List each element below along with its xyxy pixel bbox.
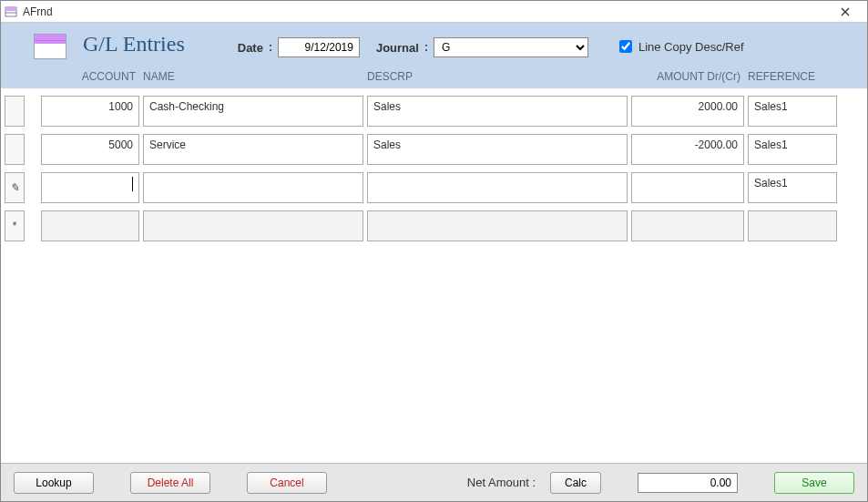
cell-name[interactable]	[143, 210, 363, 241]
cell-account[interactable]	[41, 210, 139, 241]
journal-field: Journal : G	[376, 37, 588, 57]
row-selector-editing[interactable]: ✎	[5, 172, 25, 203]
date-input[interactable]	[278, 37, 360, 57]
close-icon	[841, 7, 850, 16]
cell-name[interactable]: Service	[143, 134, 363, 165]
window-title: AFrnd	[23, 5, 53, 18]
net-amount-input[interactable]	[638, 473, 738, 493]
form-title: G/L Entries	[83, 32, 185, 56]
cell-descrp[interactable]	[367, 210, 628, 241]
net-amount-label: Net Amount :	[467, 476, 536, 489]
grid-area: 1000 Cash-Checking Sales 2000.00 Sales1 …	[1, 88, 867, 463]
cell-reference[interactable]: Sales1	[748, 172, 837, 203]
date-field: Date :	[238, 37, 360, 57]
table-row: ✎ Sales1	[1, 172, 867, 203]
cell-amount[interactable]	[631, 172, 744, 203]
footer-bar: Lookup Delete All Cancel Net Amount : Ca…	[1, 463, 867, 501]
cell-reference[interactable]: Sales1	[748, 96, 837, 127]
save-button[interactable]: Save	[774, 472, 854, 494]
cell-name[interactable]: Cash-Checking	[143, 96, 363, 127]
linecopy-label: Line Copy Desc/Ref	[638, 40, 744, 54]
lookup-button[interactable]: Lookup	[14, 472, 94, 494]
window-frame: AFrnd G/L Entries Date : Journal : G Lin…	[0, 0, 868, 502]
close-button[interactable]	[827, 1, 863, 23]
cell-account[interactable]: 1000	[41, 96, 139, 127]
svg-rect-1	[5, 7, 16, 11]
row-selector[interactable]	[5, 96, 25, 127]
row-selector[interactable]	[5, 134, 25, 165]
journal-label: Journal	[376, 41, 419, 55]
cell-descrp[interactable]: Sales	[367, 134, 628, 165]
cell-amount[interactable]	[631, 210, 744, 241]
table-row: 1000 Cash-Checking Sales 2000.00 Sales1	[1, 96, 867, 127]
col-header-account: ACCOUNT	[41, 68, 139, 85]
col-header-reference: REFERENCE	[744, 68, 835, 85]
titlebar: AFrnd	[1, 1, 867, 23]
column-headers: ACCOUNT NAME DESCRP AMOUNT Dr/(Cr) REFER…	[1, 68, 867, 85]
calc-button[interactable]: Calc	[550, 472, 601, 494]
cell-descrp[interactable]: Sales	[367, 96, 628, 127]
cell-amount[interactable]: -2000.00	[631, 134, 744, 165]
cancel-button[interactable]: Cancel	[247, 472, 327, 494]
table-row: 5000 Service Sales -2000.00 Sales1	[1, 134, 867, 165]
cell-account[interactable]: 5000	[41, 134, 139, 165]
table-row-new: *	[1, 210, 867, 241]
cell-amount[interactable]: 2000.00	[631, 96, 744, 127]
col-header-amount: AMOUNT Dr/(Cr)	[628, 68, 744, 85]
col-header-name: NAME	[139, 68, 363, 85]
form-window-icon	[5, 5, 17, 18]
form-logo-icon	[34, 34, 66, 59]
journal-select[interactable]: G	[434, 37, 588, 57]
date-label: Date	[238, 41, 263, 55]
linecopy-checkbox-wrap[interactable]: Line Copy Desc/Ref	[616, 37, 744, 56]
text-caret	[132, 177, 133, 191]
pencil-icon: ✎	[10, 181, 19, 194]
cell-name[interactable]	[143, 172, 363, 203]
cell-reference[interactable]	[748, 210, 837, 241]
form-header: G/L Entries Date : Journal : G Line Copy…	[1, 23, 867, 88]
cell-reference[interactable]: Sales1	[748, 134, 837, 165]
row-selector-new[interactable]: *	[5, 210, 25, 241]
col-header-descrp: DESCRP	[363, 68, 628, 85]
linecopy-checkbox[interactable]	[619, 40, 632, 53]
cell-account[interactable]	[41, 172, 139, 203]
cell-descrp[interactable]	[367, 172, 628, 203]
delete-all-button[interactable]: Delete All	[130, 472, 210, 494]
